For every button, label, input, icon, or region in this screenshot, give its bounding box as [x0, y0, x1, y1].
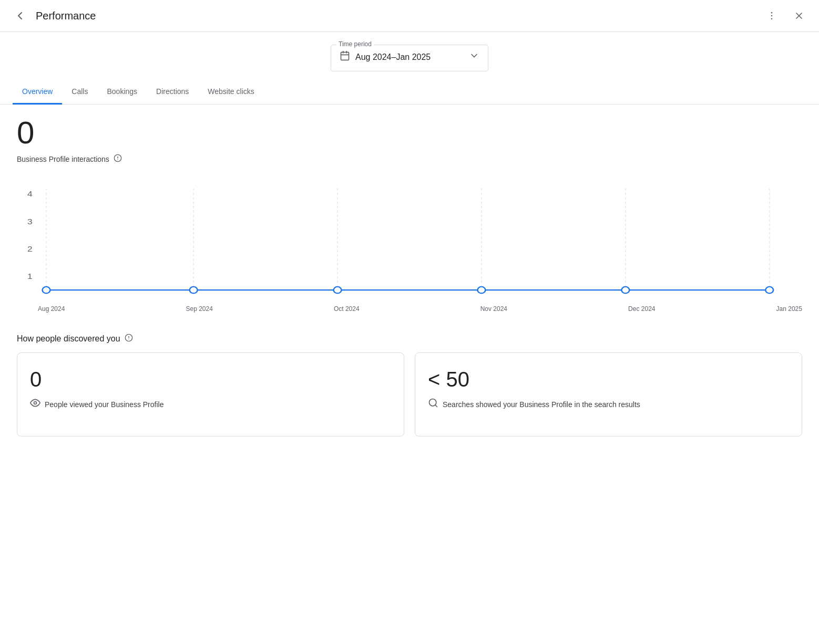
svg-point-23: [43, 287, 50, 294]
interactions-label: Business Profile interactions: [17, 155, 109, 163]
search-icon: [428, 398, 438, 411]
svg-text:1: 1: [27, 272, 33, 281]
svg-point-24: [190, 287, 198, 294]
tab-website-clicks[interactable]: Website clicks: [198, 80, 263, 105]
time-period-label: Time period: [336, 40, 374, 48]
svg-point-32: [34, 402, 37, 404]
close-icon: [794, 11, 804, 21]
x-label-aug: Aug 2024: [38, 305, 65, 313]
card-views-description-row: People viewed your Business Profile: [30, 398, 391, 411]
x-label-jan: Jan 2025: [776, 305, 802, 313]
svg-text:2: 2: [27, 244, 33, 253]
chart-container: 4 3 2 1: [17, 175, 802, 313]
main-content: 0 Business Profile interactions 4 3 2 1: [0, 105, 819, 449]
card-searches-label: Searches showed your Business Profile in…: [443, 400, 640, 409]
chart-svg: 4 3 2 1: [17, 180, 802, 301]
x-label-nov: Nov 2024: [480, 305, 507, 313]
svg-point-28: [765, 287, 773, 294]
discovered-section: How people discovered you 0: [17, 334, 802, 437]
time-period-value: Aug 2024–Jan 2025: [355, 53, 464, 62]
svg-point-1: [771, 15, 773, 17]
card-searches-description-row: Searches showed your Business Profile in…: [428, 398, 789, 411]
svg-point-2: [771, 18, 773, 20]
close-button[interactable]: [790, 6, 808, 25]
card-views: 0 People viewed your Business Profile: [17, 352, 404, 437]
card-views-label: People viewed your Business Profile: [45, 400, 163, 409]
more-options-button[interactable]: [762, 6, 781, 25]
card-searches-number: < 50: [428, 368, 789, 391]
cards-row: 0 People viewed your Business Profile < …: [17, 352, 802, 437]
svg-text:4: 4: [27, 190, 33, 198]
more-icon: [766, 11, 777, 21]
interactions-info-icon[interactable]: [114, 154, 122, 164]
x-label-oct: Oct 2024: [334, 305, 360, 313]
header-right: [762, 6, 808, 25]
svg-point-0: [771, 12, 773, 14]
time-period-section: Time period Aug 2024–Jan 2025: [0, 32, 819, 80]
header-left: Performance: [11, 6, 96, 25]
header: Performance: [0, 0, 819, 32]
page-title: Performance: [36, 10, 96, 22]
tabs-bar: Overview Calls Bookings Directions Websi…: [0, 80, 819, 105]
interactions-count: 0: [17, 117, 802, 149]
svg-rect-5: [341, 52, 349, 60]
discovered-title: How people discovered you: [17, 334, 120, 344]
chart-area: 4 3 2 1: [17, 180, 802, 301]
card-searches: < 50 Searches showed your Business Profi…: [415, 352, 802, 437]
time-period-wrapper: Time period Aug 2024–Jan 2025: [331, 45, 488, 71]
time-period-select[interactable]: Aug 2024–Jan 2025: [337, 47, 482, 67]
discovered-info-icon[interactable]: [125, 334, 133, 344]
svg-text:3: 3: [27, 217, 33, 225]
tab-directions[interactable]: Directions: [147, 80, 198, 105]
tab-overview[interactable]: Overview: [13, 80, 62, 105]
card-views-number: 0: [30, 368, 391, 391]
eye-icon: [30, 398, 40, 411]
x-label-sep: Sep 2024: [186, 305, 212, 313]
svg-point-27: [621, 287, 629, 294]
tab-calls[interactable]: Calls: [62, 80, 97, 105]
dropdown-arrow-icon: [469, 50, 479, 64]
x-label-dec: Dec 2024: [628, 305, 655, 313]
x-axis-labels: Aug 2024 Sep 2024 Oct 2024 Nov 2024 Dec …: [17, 301, 802, 313]
tab-bookings[interactable]: Bookings: [97, 80, 147, 105]
calendar-icon: [340, 50, 350, 64]
discovered-title-row: How people discovered you: [17, 334, 802, 344]
back-button[interactable]: [11, 6, 29, 25]
svg-point-26: [477, 287, 485, 294]
interactions-label-row: Business Profile interactions: [17, 154, 802, 164]
svg-point-25: [334, 287, 342, 294]
back-arrow-icon: [14, 9, 26, 22]
svg-line-34: [435, 405, 437, 407]
